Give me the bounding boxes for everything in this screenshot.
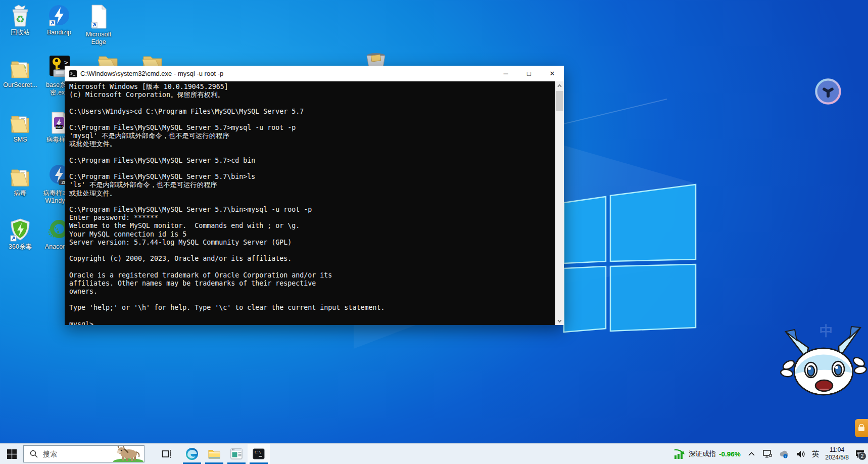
icon-label: 回收站 (1, 29, 40, 36)
mascot-character: 中 (780, 318, 868, 402)
ime-indicator[interactable]: 英 (809, 444, 823, 464)
desktop-icon-recycle-bin[interactable]: ♻ 回收站 (1, 4, 40, 36)
console-text: Microsoft Windows [版本 10.0.19045.2965] (… (65, 81, 555, 325)
icon-label: Bandizip (39, 29, 79, 36)
ime-language-label: 英 (812, 449, 819, 459)
close-button[interactable]: ✕ (541, 66, 564, 81)
minimize-button[interactable]: ─ (494, 66, 517, 81)
scroll-down-arrow[interactable] (555, 316, 564, 325)
desktop-icon-microsoft-edge[interactable]: Microsoft Edge (79, 4, 118, 46)
desktop-icon-sms[interactable]: SMS (1, 111, 40, 144)
system-tray: 深证成指 -0.96% (670, 444, 868, 464)
show-hidden-icons-button[interactable] (744, 444, 759, 464)
desktop-icon-bandizip[interactable]: Bandizip (39, 4, 79, 36)
windows-logo-icon (7, 449, 17, 459)
desktop-pet-mascot[interactable]: 中 (780, 318, 868, 402)
taskbar-clock[interactable]: 11:04 2024/5/8 (822, 444, 852, 464)
cmd-icon: C:\ (252, 447, 265, 460)
desktop-icon-oursecret[interactable]: OurSecret... (1, 57, 40, 89)
console-output[interactable]: Microsoft Windows [版本 10.0.19045.2965] (… (65, 81, 555, 325)
stock-trend-icon (673, 448, 686, 459)
network-tray-button[interactable] (759, 444, 776, 464)
svg-text:C:\: C:\ (255, 450, 261, 454)
edge-browser-icon (185, 447, 199, 460)
taskbar-search-box[interactable] (23, 445, 144, 462)
task-view-button[interactable] (156, 444, 178, 464)
recycle-bin-icon: ♻ (9, 4, 32, 27)
start-button[interactable] (0, 444, 23, 464)
stock-index-name: 深证成指 (689, 449, 716, 458)
folder-picture-icon (9, 57, 32, 80)
scroll-up-arrow[interactable] (555, 81, 564, 90)
mascot-ime-badge: 中 (820, 323, 834, 339)
search-highlight-donkey-icon (113, 446, 144, 462)
notification-center-button[interactable]: 2 (852, 444, 868, 464)
clock-time: 11:04 (830, 446, 844, 454)
icon-label: 病毒 (1, 190, 40, 197)
icon-label: OurSecret... (1, 81, 40, 89)
folder-documents-icon (9, 111, 32, 134)
icon-label: SMS (1, 136, 40, 144)
icon-label: 360杀毒 (1, 243, 40, 251)
clock-date: 2024/5/8 (825, 454, 849, 461)
onedrive-tray-button[interactable]: i (776, 444, 793, 464)
floating-assistant-button[interactable] (813, 76, 843, 107)
svg-text:>: > (64, 59, 68, 66)
shield-lightning-icon (9, 217, 32, 242)
taskbar-edge-button[interactable] (181, 444, 203, 464)
cmd-title-bar[interactable]: C:\Windows\system32\cmd.exe - mysql -u r… (65, 66, 564, 81)
side-widget-button[interactable] (855, 419, 868, 437)
taskbar-file-explorer-button[interactable] (203, 444, 225, 464)
volume-tray-button[interactable] (793, 444, 809, 464)
taskbar-cmd-button[interactable]: C:\ (248, 444, 270, 464)
file-explorer-icon (208, 447, 221, 460)
onedrive-cloud-icon: i (779, 450, 790, 458)
bandizip-icon (47, 4, 71, 27)
desktop-icon-360-antivirus[interactable]: 360杀毒 (1, 217, 40, 251)
stock-index-change: -0.96% (719, 450, 741, 458)
network-icon (762, 449, 773, 458)
taskbar: C:\ 深证成指 -0.96% (0, 443, 868, 464)
cmd-window-title: C:\Windows\system32\cmd.exe - mysql -u r… (80, 70, 223, 77)
cmd-window: C:\Windows\system32\cmd.exe - mysql -u r… (65, 66, 564, 325)
app-window-icon (230, 447, 243, 460)
assistant-logo-icon (813, 76, 843, 107)
side-widget-icon (857, 424, 865, 432)
svg-text:♻: ♻ (16, 14, 25, 25)
folder-icon (9, 165, 32, 188)
task-view-icon (162, 449, 172, 459)
icon-label: Microsoft Edge (82, 31, 115, 46)
search-icon (30, 450, 38, 458)
blank-file-shortcut-icon (87, 4, 110, 29)
stock-ticker-widget[interactable]: 深证成指 -0.96% (670, 444, 744, 464)
taskbar-app-window-button[interactable] (225, 444, 248, 464)
volume-icon (796, 450, 806, 458)
maximize-button[interactable]: □ (517, 66, 541, 81)
desktop: ♻ 回收站 OurSecret... SMS 病毒 (0, 0, 868, 464)
console-scrollbar[interactable] (555, 81, 564, 325)
svg-text:RAR: RAR (56, 125, 63, 129)
desktop-icon-virus-folder[interactable]: 病毒 (1, 165, 40, 197)
notification-count-badge: 2 (858, 452, 866, 460)
chevron-up-icon (748, 452, 755, 456)
scrollbar-thumb[interactable] (556, 91, 563, 111)
cmd-window-icon (69, 70, 77, 77)
